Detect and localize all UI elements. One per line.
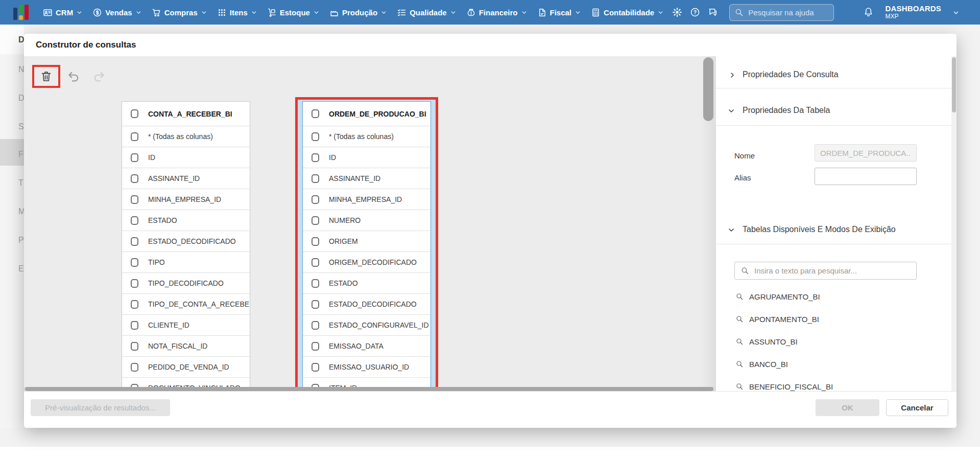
column-row[interactable]: ESTADO_DECODIFICADO [303, 293, 431, 314]
column-checkbox[interactable] [312, 132, 319, 141]
nav-menu-vendas[interactable]: Vendas [92, 8, 142, 17]
table-header-row[interactable]: ORDEM_DE_PRODUCAO_BI [303, 102, 431, 126]
chat-icon[interactable] [708, 7, 718, 17]
column-checkbox[interactable] [312, 321, 319, 330]
table-checkbox[interactable] [131, 109, 138, 118]
nav-menu-compras[interactable]: Compras [152, 8, 207, 17]
column-row[interactable]: TIPO_DE_CONTA_A_RECEBE... [122, 293, 250, 314]
vertical-scrollbar-thumb[interactable] [703, 57, 713, 121]
column-checkbox[interactable] [131, 153, 138, 162]
query-canvas[interactable]: CONTA_A_RECEBER_BI* (Todas as colunas)ID… [24, 56, 701, 387]
cancel-button[interactable]: Cancelar [886, 399, 948, 416]
gear-icon[interactable] [672, 7, 682, 17]
horizontal-scrollbar-track[interactable] [24, 387, 716, 391]
column-row[interactable]: ID [303, 147, 431, 168]
nav-menu-crm[interactable]: CRM [43, 8, 83, 17]
column-checkbox[interactable] [312, 258, 319, 267]
available-table-label: BANCO_BI [749, 360, 788, 369]
mxp-logo[interactable] [13, 5, 30, 20]
column-row[interactable]: ESTADO_CONFIGURAVEL_ID [303, 314, 431, 335]
preview-results-button[interactable]: Pré-visualização de resultados... [31, 399, 170, 416]
column-checkbox[interactable] [131, 258, 138, 267]
table-checkbox[interactable] [312, 109, 319, 118]
column-checkbox[interactable] [131, 363, 138, 372]
column-checkbox[interactable] [312, 279, 319, 288]
chevron-down-icon[interactable] [952, 9, 960, 16]
column-checkbox[interactable] [131, 237, 138, 246]
producao-icon [329, 8, 339, 17]
column-checkbox[interactable] [312, 342, 319, 351]
bell-icon[interactable] [863, 7, 874, 17]
available-table-item[interactable]: BANCO_BI [716, 353, 957, 375]
chevron-down-icon[interactable] [727, 107, 735, 115]
column-checkbox[interactable] [131, 279, 138, 288]
column-checkbox[interactable] [131, 321, 138, 330]
column-row[interactable]: ESTADO [122, 210, 250, 231]
column-checkbox[interactable] [131, 300, 138, 309]
column-row[interactable]: ASSINANTE_ID [122, 168, 250, 189]
column-checkbox[interactable] [131, 132, 138, 141]
nav-menu-producao[interactable]: Produção [329, 8, 387, 17]
chevron-right-icon[interactable] [728, 71, 736, 79]
undo-icon[interactable] [67, 70, 80, 83]
query-table-ordem_de_producao_bi[interactable]: ORDEM_DE_PRODUCAO_BI* (Todas as colunas)… [302, 101, 431, 387]
table-header-row[interactable]: CONTA_A_RECEBER_BI [122, 102, 250, 126]
nav-menu-qualidade[interactable]: Qualidade [397, 8, 457, 17]
column-row[interactable]: ID [122, 147, 250, 168]
column-row[interactable]: ASSINANTE_ID [303, 168, 431, 189]
column-row[interactable]: ESTADO [303, 272, 431, 293]
ok-button[interactable]: OK [816, 399, 879, 416]
trash-icon[interactable] [40, 70, 53, 83]
help-icon[interactable]: ? [690, 7, 700, 17]
available-table-item[interactable]: ASSUNTO_BI [716, 330, 957, 353]
column-checkbox[interactable] [131, 174, 138, 183]
column-checkbox[interactable] [131, 195, 138, 204]
column-row[interactable]: * (Todas as colunas) [303, 126, 431, 147]
column-row[interactable]: ESTADO_DECODIFICADO [122, 231, 250, 251]
column-row[interactable]: ORIGEM_DECODIFICADO [303, 251, 431, 272]
column-checkbox[interactable] [312, 174, 319, 183]
section-table-properties[interactable]: Propriedades Da Tabela [743, 106, 830, 115]
column-row[interactable]: NOTA_FISCAL_ID [122, 335, 250, 356]
section-query-properties[interactable]: Propriedades De Consulta [743, 70, 839, 79]
available-tables-list: AGRUPAMENTO_BIAPONTAMENTO_BIASSUNTO_BIBA… [716, 285, 957, 391]
available-table-item[interactable]: BENEFICIO_FISCAL_BI [716, 375, 957, 391]
column-row[interactable]: CLIENTE_ID [122, 314, 250, 335]
nav-menu-contabilidade[interactable]: Contabilidade [591, 8, 664, 17]
nav-menu-financeiro[interactable]: Financeiro [466, 8, 528, 17]
help-search-input[interactable] [729, 4, 834, 21]
panel-scrollbar-thumb[interactable] [952, 57, 956, 112]
column-row[interactable]: TIPO_DECODIFICADO [122, 272, 250, 293]
column-row[interactable]: PEDIDO_DE_VENDA_ID [122, 356, 250, 377]
nav-menu-estoque[interactable]: Estoque [267, 8, 320, 17]
column-checkbox[interactable] [312, 237, 319, 246]
column-row[interactable]: MINHA_EMPRESA_ID [122, 189, 250, 210]
column-row[interactable]: TIPO [122, 251, 250, 272]
available-table-item[interactable]: AGRUPAMENTO_BI [716, 285, 957, 308]
user-menu[interactable]: DASHBOARDS MXP [885, 4, 941, 20]
horizontal-scrollbar-thumb[interactable] [25, 387, 713, 391]
column-checkbox[interactable] [312, 300, 319, 309]
nav-menu-fiscal[interactable]: Fiscal [537, 8, 582, 17]
column-row[interactable]: DOCUMENTO_VINCULADO [122, 377, 250, 387]
available-table-item[interactable]: APONTAMENTO_BI [716, 308, 957, 330]
column-row[interactable]: ITEM_ID [303, 377, 431, 387]
table-search-input[interactable] [734, 262, 917, 280]
column-row[interactable]: EMISSAO_DATA [303, 335, 431, 356]
query-table-conta_a_receber_bi[interactable]: CONTA_A_RECEBER_BI* (Todas as colunas)ID… [122, 101, 250, 387]
column-row[interactable]: EMISSAO_USUARIO_ID [303, 356, 431, 377]
column-checkbox[interactable] [131, 216, 138, 225]
section-available-tables[interactable]: Tabelas Disponíveis E Modos De Exibição [743, 225, 896, 234]
column-checkbox[interactable] [312, 153, 319, 162]
column-row[interactable]: * (Todas as colunas) [122, 126, 250, 147]
nav-menu-itens[interactable]: Itens [217, 8, 257, 17]
column-row[interactable]: ORIGEM [303, 231, 431, 251]
column-row[interactable]: MINHA_EMPRESA_ID [303, 189, 431, 210]
alias-field[interactable] [815, 168, 917, 185]
column-checkbox[interactable] [312, 195, 319, 204]
column-row[interactable]: NUMERO [303, 210, 431, 231]
column-checkbox[interactable] [312, 216, 319, 225]
column-checkbox[interactable] [131, 342, 138, 351]
chevron-down-icon[interactable] [727, 226, 735, 234]
column-checkbox[interactable] [312, 363, 319, 372]
